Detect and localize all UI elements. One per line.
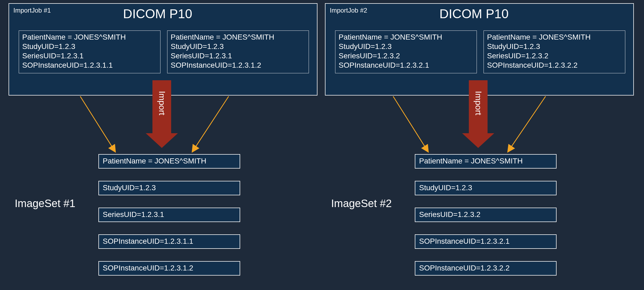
imageset1-row-1: StudyUID=1.2.3 (98, 181, 240, 195)
import-job-1-title: DICOM P10 (123, 6, 192, 21)
job2-import-arrow: Import (462, 80, 494, 150)
job1-inst2-line3: SOPInstanceUID=1.2.3.1.2 (171, 60, 305, 70)
imageset2-row-1: StudyUID=1.2.3 (415, 181, 557, 195)
job2-import-text: Import (473, 91, 483, 115)
imageset2-row-3: SOPInstanceUID=1.2.3.2.1 (415, 234, 557, 249)
job1-inst1-line1: StudyUID=1.2.3 (22, 42, 157, 51)
job1-inst1-line0: PatientName = JONES^SMITH (22, 32, 157, 42)
svg-line-2 (393, 96, 428, 151)
imageset1-row-2: SeriesUID=1.2.3.1 (98, 208, 240, 222)
job2-instance-1: PatientName = JONES^SMITH StudyUID=1.2.3… (335, 30, 477, 73)
imageset-2-label: ImageSet #2 (331, 197, 392, 209)
job2-inst2-line2: SeriesUID=1.2.3.2 (487, 51, 622, 60)
job2-inst1-line2: SeriesUID=1.2.3.2 (339, 51, 473, 60)
job1-inst2-line1: StudyUID=1.2.3 (171, 42, 305, 51)
job1-inst2-line2: SeriesUID=1.2.3.1 (171, 51, 305, 60)
job2-inst1-line0: PatientName = JONES^SMITH (339, 32, 473, 42)
imageset1-row-4: SOPInstanceUID=1.2.3.1.2 (98, 261, 240, 276)
job1-inst2-line0: PatientName = JONES^SMITH (171, 32, 305, 42)
import-job-1-label: ImportJob #1 (13, 7, 51, 14)
job2-instance-2: PatientName = JONES^SMITH StudyUID=1.2.3… (484, 30, 625, 73)
svg-line-1 (193, 96, 229, 151)
import-job-2-title: DICOM P10 (439, 6, 509, 21)
job2-inst2-line1: StudyUID=1.2.3 (487, 42, 622, 51)
job1-inst1-line2: SeriesUID=1.2.3.1 (22, 51, 157, 60)
job1-import-text: Import (157, 91, 167, 115)
job2-inst2-line3: SOPInstanceUID=1.2.3.2.2 (487, 60, 622, 70)
job2-inst1-line3: SOPInstanceUID=1.2.3.2.1 (339, 60, 473, 70)
job2-inst2-line0: PatientName = JONES^SMITH (487, 32, 622, 42)
import-job-2-label: ImportJob #2 (330, 7, 367, 14)
imageset2-row-2: SeriesUID=1.2.3.2 (415, 208, 557, 222)
imageset2-row-0: PatientName = JONES^SMITH (415, 154, 557, 169)
job2-inst1-line1: StudyUID=1.2.3 (339, 42, 473, 51)
imageset-1-label: ImageSet #1 (15, 197, 75, 209)
job1-inst1-line3: SOPInstanceUID=1.2.3.1.1 (22, 60, 157, 70)
job1-instance-1: PatientName = JONES^SMITH StudyUID=1.2.3… (19, 30, 160, 73)
job1-instance-2: PatientName = JONES^SMITH StudyUID=1.2.3… (167, 30, 309, 73)
svg-line-0 (80, 96, 115, 151)
imageset1-row-3: SOPInstanceUID=1.2.3.1.1 (98, 234, 240, 249)
svg-line-3 (508, 96, 546, 151)
imageset1-row-0: PatientName = JONES^SMITH (98, 154, 240, 169)
job1-import-arrow: Import (146, 80, 178, 150)
imageset2-row-4: SOPInstanceUID=1.2.3.2.2 (415, 261, 557, 276)
